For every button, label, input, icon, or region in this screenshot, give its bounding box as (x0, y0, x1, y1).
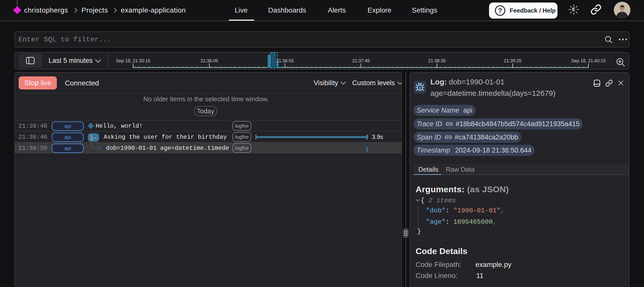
svg-text:?: ? (498, 7, 502, 14)
